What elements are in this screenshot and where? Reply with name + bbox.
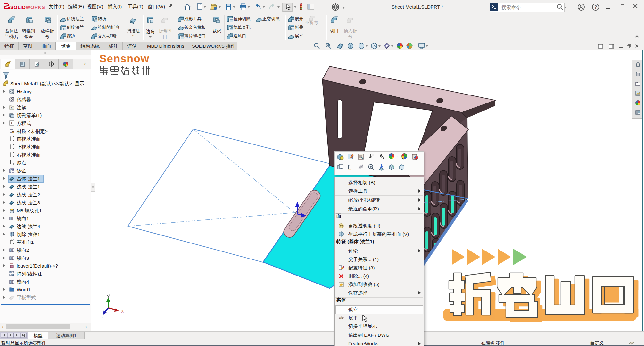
svg-text:A: A bbox=[11, 106, 13, 110]
svg-text:·: · bbox=[355, 44, 356, 48]
svg-text:z: z bbox=[101, 315, 103, 319]
svg-text:?: ? bbox=[594, 4, 597, 10]
svg-text:·: · bbox=[414, 44, 415, 48]
svg-text:SOLIDWORKS: SOLIDWORKS bbox=[10, 4, 45, 10]
svg-text:X: X bbox=[121, 309, 124, 314]
svg-text:·: · bbox=[397, 154, 398, 159]
